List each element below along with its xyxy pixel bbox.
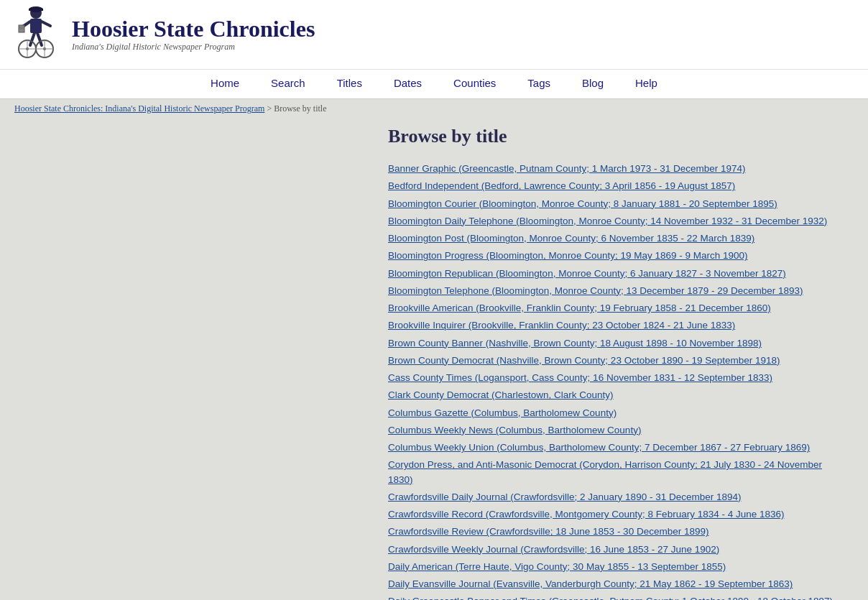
svg-rect-2 [29, 9, 43, 11]
title-link[interactable]: Daily Evansville Journal (Evansville, Va… [388, 578, 793, 589]
title-link[interactable]: Bloomington Republican (Bloomington, Mon… [388, 268, 786, 279]
main-content: Browse by title Banner Graphic (Greencas… [0, 119, 862, 600]
list-item: Crawfordsville Daily Journal (Crawfordsv… [388, 490, 848, 504]
list-item: Columbus Weekly News (Columbus, Bartholo… [388, 423, 848, 438]
nav-dates[interactable]: Dates [378, 70, 438, 98]
list-item: Bloomington Republican (Bloomington, Mon… [388, 267, 848, 281]
list-item: Brookville Inquirer (Brookville, Frankli… [388, 318, 848, 333]
title-link[interactable]: Clark County Democrat (Charlestown, Clar… [388, 389, 614, 400]
title-link[interactable]: Crawfordsville Record (Crawfordsville, M… [388, 509, 784, 520]
nav-titles[interactable]: Titles [321, 70, 378, 98]
list-item: Cass County Times (Logansport, Cass Coun… [388, 371, 848, 385]
list-item: Columbus Weekly Union (Columbus, Barthol… [388, 440, 848, 455]
title-link[interactable]: Bloomington Telephone (Bloomington, Monr… [388, 285, 803, 296]
list-item: Corydon Press, and Anti-Masonic Democrat… [388, 458, 848, 487]
list-item: Bloomington Telephone (Bloomington, Monr… [388, 284, 848, 298]
logo-text: Hoosier State Chronicles Indiana's Digit… [72, 17, 315, 52]
title-link[interactable]: Brookville Inquirer (Brookville, Frankli… [388, 320, 735, 331]
title-link[interactable]: Crawfordsville Weekly Journal (Crawfords… [388, 544, 719, 555]
list-item: Bloomington Post (Bloomington, Monroe Co… [388, 231, 848, 246]
svg-line-5 [42, 22, 50, 26]
list-item: Brookville American (Brookville, Frankli… [388, 301, 848, 315]
page-wrapper: Hoosier State Chronicles Indiana's Digit… [0, 0, 868, 600]
title-link[interactable]: Columbus Weekly News (Columbus, Bartholo… [388, 425, 641, 435]
breadcrumb: Hoosier State Chronicles: Indiana's Digi… [0, 99, 868, 119]
title-list: Banner Graphic (Greencastle, Putnam Coun… [14, 162, 848, 600]
nav-tags[interactable]: Tags [512, 70, 566, 98]
nav-home[interactable]: Home [195, 70, 255, 98]
title-link[interactable]: Banner Graphic (Greencastle, Putnam Coun… [388, 163, 746, 174]
title-link[interactable]: Brown County Democrat (Nashville, Brown … [388, 355, 780, 366]
list-item: Bloomington Daily Telephone (Bloomington… [388, 214, 848, 229]
list-item: Brown County Banner (Nashville, Brown Co… [388, 336, 848, 351]
title-link[interactable]: Crawfordsville Review (Crawfordsville; 1… [388, 526, 708, 537]
nav-bar: Home Search Titles Dates Counties Tags B… [0, 69, 868, 98]
list-item: Daily Evansville Journal (Evansville, Va… [388, 577, 848, 591]
logo-icon [14, 6, 57, 63]
nav-help[interactable]: Help [619, 70, 673, 98]
title-link[interactable]: Columbus Gazette (Columbus, Bartholomew … [388, 407, 617, 418]
title-link[interactable]: Bedford Independent (Bedford, Lawrence C… [388, 180, 735, 191]
nav-blog[interactable]: Blog [566, 70, 619, 98]
list-item: Brown County Democrat (Nashville, Brown … [388, 354, 848, 368]
header-top: Hoosier State Chronicles Indiana's Digit… [0, 0, 868, 69]
title-link[interactable]: Daily Greencastle Banner and Times (Gree… [388, 596, 833, 600]
list-item: Crawfordsville Weekly Journal (Crawfords… [388, 543, 848, 557]
list-item: Daily American (Terre Haute, Vigo County… [388, 560, 848, 574]
list-item: Crawfordsville Review (Crawfordsville; 1… [388, 525, 848, 539]
breadcrumb-current: Browse by title [274, 103, 326, 114]
title-link[interactable]: Crawfordsville Daily Journal (Crawfordsv… [388, 491, 741, 502]
nav-counties[interactable]: Counties [438, 70, 512, 98]
list-item: Bloomington Progress (Bloomington, Monro… [388, 249, 848, 263]
header: Hoosier State Chronicles Indiana's Digit… [0, 0, 868, 99]
list-item: Columbus Gazette (Columbus, Bartholomew … [388, 406, 848, 420]
title-link[interactable]: Corydon Press, and Anti-Masonic Democrat… [388, 459, 822, 484]
breadcrumb-home-link[interactable]: Hoosier State Chronicles: Indiana's Digi… [14, 103, 264, 114]
title-link[interactable]: Bloomington Post (Bloomington, Monroe Co… [388, 233, 754, 244]
list-item: Crawfordsville Record (Crawfordsville, M… [388, 507, 848, 522]
title-link[interactable]: Bloomington Daily Telephone (Bloomington… [388, 216, 827, 226]
title-link[interactable]: Daily American (Terre Haute, Vigo County… [388, 561, 726, 572]
title-link[interactable]: Bloomington Courier (Bloomington, Monroe… [388, 198, 777, 209]
list-item: Banner Graphic (Greencastle, Putnam Coun… [388, 162, 848, 176]
breadcrumb-separator: > [267, 103, 274, 114]
site-subtitle: Indiana's Digital Historic Newspaper Pro… [72, 42, 315, 52]
svg-rect-3 [30, 19, 42, 33]
logo-link[interactable] [14, 6, 57, 63]
nav-search[interactable]: Search [255, 70, 321, 98]
title-link[interactable]: Cass County Times (Logansport, Cass Coun… [388, 372, 772, 383]
site-title: Hoosier State Chronicles [72, 17, 315, 42]
title-link[interactable]: Brown County Banner (Nashville, Brown Co… [388, 338, 762, 349]
title-link[interactable]: Brookville American (Brookville, Frankli… [388, 303, 771, 313]
title-link[interactable]: Bloomington Progress (Bloomington, Monro… [388, 250, 748, 261]
title-link[interactable]: Columbus Weekly Union (Columbus, Barthol… [388, 442, 810, 453]
list-item: Bedford Independent (Bedford, Lawrence C… [388, 179, 848, 193]
list-item: Daily Greencastle Banner and Times (Gree… [388, 594, 848, 600]
list-item: Bloomington Courier (Bloomington, Monroe… [388, 197, 848, 211]
list-item: Clark County Democrat (Charlestown, Clar… [388, 388, 848, 402]
page-title: Browse by title [14, 126, 848, 147]
